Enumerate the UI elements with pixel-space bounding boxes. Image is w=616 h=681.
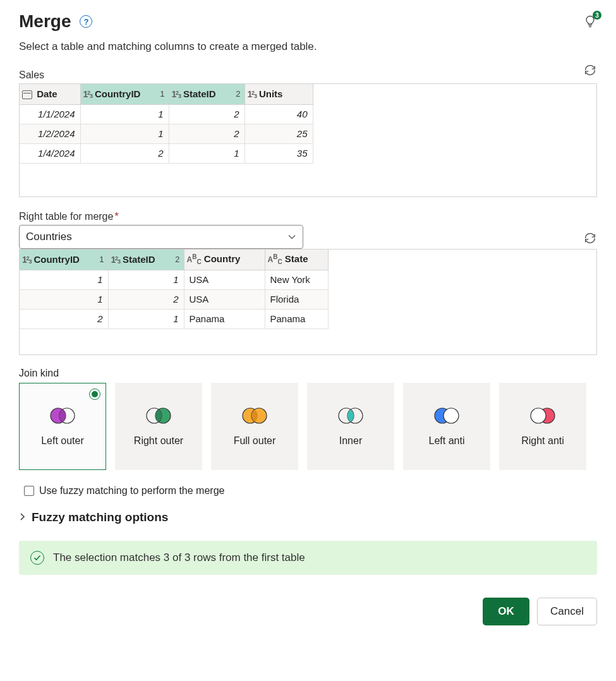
col-countryid-r[interactable]: 123 CountryID 1 — [20, 250, 108, 270]
calendar-icon — [22, 90, 32, 99]
join-left-outer[interactable]: Left outer — [19, 383, 106, 470]
table-row[interactable]: 1/1/2024 1 2 40 — [20, 104, 313, 124]
venn-inner-icon — [335, 406, 366, 426]
dialog-subtitle: Select a table and matching columns to c… — [19, 40, 597, 53]
venn-right-outer-icon — [143, 406, 174, 426]
right-table-select[interactable]: Countries — [19, 225, 303, 249]
col-country[interactable]: ABC Country — [184, 250, 265, 270]
join-inner[interactable]: Inner — [307, 383, 394, 470]
ok-button[interactable]: OK — [483, 598, 529, 625]
col-state[interactable]: ABC State — [265, 250, 328, 270]
number-type-icon: 123 — [22, 255, 31, 265]
table-row[interactable]: 2 1 Panama Panama — [20, 309, 328, 328]
join-kind-label: Join kind — [19, 368, 597, 379]
ideas-button[interactable]: 3 — [583, 15, 597, 28]
chevron-right-icon — [19, 512, 25, 523]
number-type-icon: 123 — [248, 89, 257, 99]
refresh-right-button[interactable] — [583, 231, 597, 249]
venn-left-outer-icon — [47, 406, 78, 426]
venn-right-anti-icon — [528, 406, 558, 426]
right-table-label: Right table for merge* — [19, 211, 597, 222]
text-type-icon: ABC — [268, 255, 282, 264]
dialog-title: Merge — [19, 11, 71, 32]
match-status-banner: The selection matches 3 of 3 rows from t… — [19, 541, 597, 575]
table-row[interactable]: 1 2 USA Florida — [20, 289, 328, 309]
success-check-icon — [30, 551, 44, 565]
number-type-icon: 123 — [83, 89, 92, 99]
left-table-name: Sales — [19, 69, 576, 81]
fuzzy-matching-checkbox[interactable] — [24, 486, 34, 496]
join-full-outer[interactable]: Full outer — [211, 383, 298, 470]
fuzzy-matching-label: Use fuzzy matching to perform the merge — [39, 485, 224, 497]
col-stateid-r[interactable]: 123 StateID 2 — [108, 250, 184, 270]
left-table-preview: Date 123 CountryID 1 123 StateID 2 123 U… — [19, 83, 597, 197]
col-stateid[interactable]: 123 StateID 2 — [169, 84, 245, 104]
venn-full-outer-icon — [239, 406, 270, 426]
ideas-count-badge: 3 — [593, 11, 601, 20]
refresh-left-button[interactable] — [583, 63, 597, 81]
col-countryid[interactable]: 123 CountryID 1 — [80, 84, 169, 104]
join-right-anti[interactable]: Right anti — [499, 383, 586, 470]
svg-point-9 — [444, 408, 459, 423]
fuzzy-options-toggle[interactable]: Fuzzy matching options — [19, 510, 597, 524]
table-row[interactable]: 1 1 USA New York — [20, 270, 328, 289]
col-units[interactable]: 123 Units — [245, 84, 313, 104]
text-type-icon: ABC — [187, 255, 202, 264]
svg-point-11 — [531, 408, 546, 423]
chevron-down-icon — [287, 232, 296, 242]
cancel-button[interactable]: Cancel — [537, 598, 597, 625]
help-icon[interactable]: ? — [80, 15, 92, 28]
right-table-preview: 123 CountryID 1 123 StateID 2 ABC Countr… — [19, 249, 597, 355]
table-row[interactable]: 1/4/2024 2 1 35 — [20, 143, 313, 163]
number-type-icon: 123 — [111, 255, 120, 265]
venn-left-anti-icon — [432, 406, 462, 426]
join-right-outer[interactable]: Right outer — [115, 383, 202, 470]
radio-selected-icon — [89, 389, 100, 400]
col-date[interactable]: Date — [20, 84, 80, 104]
join-left-anti[interactable]: Left anti — [403, 383, 490, 470]
number-type-icon: 123 — [172, 89, 181, 99]
table-row[interactable]: 1/2/2024 1 2 25 — [20, 124, 313, 143]
